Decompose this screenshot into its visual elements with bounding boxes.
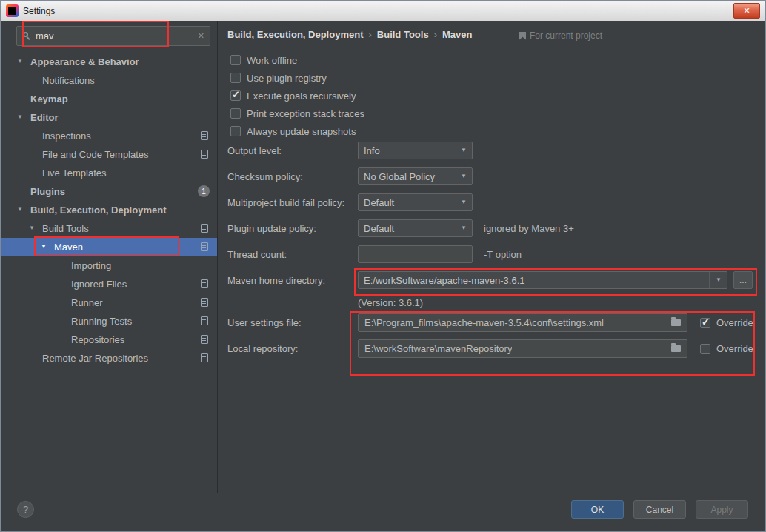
page-icon: [201, 131, 208, 140]
field-label: User settings file:: [227, 317, 358, 328]
plugin-update-policy-select[interactable]: Default ▼: [358, 219, 473, 237]
chevron-down-icon[interactable]: ▼: [17, 207, 23, 213]
apply-button[interactable]: Apply: [696, 500, 748, 519]
sidebar-item-ignored-files[interactable]: Ignored Files: [1, 275, 217, 293]
chevron-down-icon[interactable]: ▼: [17, 59, 23, 64]
tree-label: File and Code Templates: [1, 149, 149, 160]
checkbox-print-exception-stack-traces[interactable]: Print exception stack traces: [230, 104, 364, 122]
page-icon: [201, 316, 208, 325]
checksum-policy-select[interactable]: No Global Policy ▼: [358, 167, 473, 185]
checkbox-always-update-snapshots[interactable]: Always update snapshots: [230, 122, 364, 140]
chevron-down-icon[interactable]: ▼: [17, 114, 23, 120]
tree-label: Plugins: [1, 186, 65, 197]
sidebar-item-maven[interactable]: ▼ Maven: [1, 238, 217, 256]
sidebar-item-live-templates[interactable]: Live Templates: [1, 164, 217, 182]
search-box[interactable]: ✕: [16, 26, 210, 46]
sidebar-item-notifications[interactable]: Notifications: [1, 71, 217, 90]
maven-form: Output level: Info ▼ Checksum policy: No…: [227, 142, 756, 297]
search-input[interactable]: [36, 30, 194, 41]
page-icon: [201, 335, 208, 344]
breadcrumb-separator: ›: [434, 29, 437, 40]
chevron-down-icon[interactable]: ▼: [29, 225, 35, 231]
checkbox-label: Use plugin registry: [247, 73, 327, 84]
checkbox-box[interactable]: [700, 318, 710, 328]
checkbox-label: Work offline: [247, 55, 297, 66]
sidebar-item-file-and-code-templates[interactable]: File and Code Templates: [1, 145, 217, 164]
tree-label: Running Tests: [1, 316, 132, 327]
sidebar-item-editor[interactable]: ▼ Editor: [1, 108, 217, 127]
help-button[interactable]: ?: [17, 501, 34, 518]
sidebar-item-runner[interactable]: Runner: [1, 293, 217, 312]
folder-icon[interactable]: [671, 345, 681, 352]
checkbox-label: Always update snapshots: [247, 126, 356, 137]
user-settings-file-input[interactable]: E:\Program_films\apache-maven-3.5.4\conf…: [358, 313, 687, 332]
form-row-user-settings-file: User settings file: E:\Program_films\apa…: [227, 313, 756, 332]
project-scope-icon: [519, 32, 526, 40]
checkbox-box[interactable]: [230, 55, 241, 65]
checkbox-box[interactable]: [230, 73, 241, 83]
override-local-repository-checkbox[interactable]: Override: [700, 343, 753, 354]
close-button[interactable]: ✕: [733, 3, 760, 19]
local-repository-input[interactable]: E:\workSoftware\mavenRepository: [358, 339, 687, 358]
breadcrumb-item-build-tools[interactable]: Build Tools: [377, 29, 429, 40]
ok-button[interactable]: OK: [571, 500, 624, 519]
clear-search-icon[interactable]: ✕: [198, 31, 204, 41]
sidebar-item-inspections[interactable]: Inspections: [1, 127, 217, 145]
field-label: Multiproject build fail policy:: [227, 197, 358, 208]
checkbox-label: Print exception stack traces: [247, 108, 364, 119]
breadcrumb: Build, Execution, Deployment › Build Too…: [227, 29, 472, 40]
form-row-multiproject-build-fail-policy: Multiproject build fail policy: Default …: [227, 193, 756, 211]
maven-home-directory-combo[interactable]: E:/workSoftware/apache-maven-3.6.1 ▼: [358, 271, 727, 289]
tree-label: Editor: [1, 112, 59, 123]
field-label: Output level:: [227, 145, 358, 156]
selected-value: Default: [364, 223, 394, 234]
sidebar-item-running-tests[interactable]: Running Tests: [1, 312, 217, 330]
dialog-footer: ? OK Cancel Apply: [1, 493, 765, 531]
browse-button[interactable]: ...: [733, 271, 753, 289]
page-icon: [201, 298, 208, 307]
field-label: Checksum policy:: [227, 171, 358, 182]
checkbox-execute-goals-recursively[interactable]: Execute goals recursively: [230, 87, 364, 104]
checkbox-box[interactable]: [700, 344, 710, 354]
tree-label: Build Tools: [1, 223, 89, 234]
cancel-button[interactable]: Cancel: [633, 500, 686, 519]
page-icon: [201, 279, 208, 288]
checkbox-box[interactable]: [230, 126, 241, 136]
checkbox-use-plugin-registry[interactable]: Use plugin registry: [230, 69, 364, 87]
sidebar-item-plugins[interactable]: Plugins 1: [1, 182, 217, 201]
page-icon: [201, 224, 208, 233]
sidebar-item-appearance-behavior[interactable]: ▼ Appearance & Behavior: [1, 53, 217, 71]
sidebar-item-repositories[interactable]: Repositories: [1, 330, 217, 349]
scope-text: For current project: [530, 30, 602, 41]
chevron-down-icon: ▼: [461, 225, 467, 231]
sidebar-item-remote-jar-repositories[interactable]: Remote Jar Repositories: [1, 349, 217, 368]
thread-count-input[interactable]: [358, 245, 473, 263]
page-icon: [201, 353, 208, 362]
breadcrumb-item-build-execution-deployment[interactable]: Build, Execution, Deployment: [227, 29, 363, 40]
maven-version-label: (Version: 3.6.1): [358, 297, 423, 308]
checkbox-work-offline[interactable]: Work offline: [230, 51, 364, 69]
sidebar-item-keymap[interactable]: Keymap: [1, 90, 217, 108]
multiproject-build-fail-policy-select[interactable]: Default ▼: [358, 193, 473, 211]
sidebar-item-build-execution-deployment[interactable]: ▼ Build, Execution, Deployment: [1, 201, 217, 219]
checkbox-box[interactable]: [230, 90, 241, 101]
tree-label: Importing: [1, 260, 111, 271]
sidebar-item-build-tools[interactable]: ▼ Build Tools: [1, 219, 217, 238]
field-label: Maven home directory:: [227, 275, 358, 286]
plugins-count-badge: 1: [198, 185, 210, 197]
option-checkboxes: Work offline Use plugin registry Execute…: [230, 51, 364, 140]
form-row-thread-count: Thread count: -T option: [227, 245, 756, 263]
tree-label: Keymap: [1, 93, 68, 104]
form-row-checksum-policy: Checksum policy: No Global Policy ▼: [227, 167, 756, 185]
override-user-settings-checkbox[interactable]: Override: [700, 317, 753, 328]
field-label: Local repository:: [227, 343, 358, 354]
breadcrumb-separator: ›: [368, 29, 371, 40]
checkbox-box[interactable]: [230, 108, 241, 119]
combo-dropdown-button[interactable]: ▼: [709, 272, 722, 288]
folder-icon[interactable]: [671, 319, 681, 326]
page-icon: [201, 242, 208, 251]
sidebar-item-importing[interactable]: Importing: [1, 256, 217, 275]
breadcrumb-item-maven[interactable]: Maven: [442, 29, 472, 40]
output-level-select[interactable]: Info ▼: [358, 142, 473, 159]
chevron-down-icon[interactable]: ▼: [41, 244, 47, 250]
